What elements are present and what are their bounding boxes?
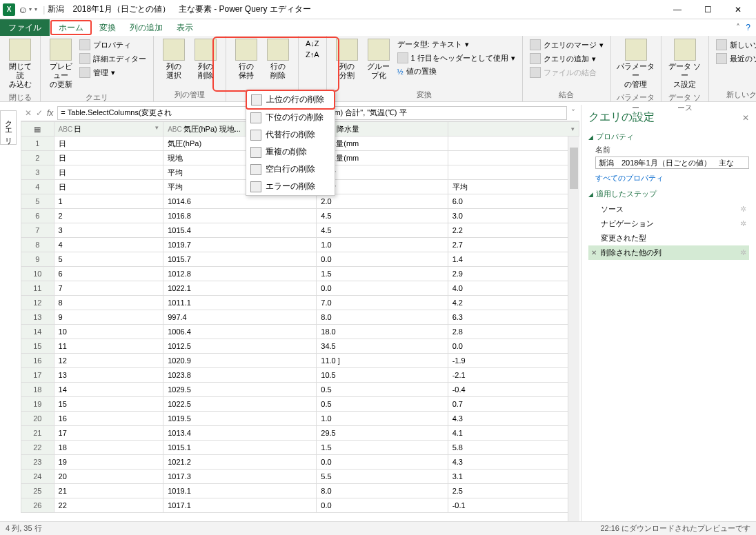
row-number[interactable]: 6 <box>21 209 54 223</box>
cell[interactable]: 1013.4 <box>163 426 317 441</box>
row-number[interactable]: 13 <box>21 310 54 325</box>
row-number[interactable]: 8 <box>21 238 54 252</box>
cell[interactable]: 2.5 <box>448 484 579 498</box>
table-row[interactable]: 24201017.35.53.1 <box>21 470 579 484</box>
row-number[interactable]: 21 <box>21 426 54 441</box>
row-number[interactable]: 17 <box>21 368 54 383</box>
advanced-editor-button[interactable]: 詳細エディター <box>78 52 148 65</box>
cell[interactable]: 1022.1 <box>163 281 317 296</box>
column-header-day[interactable]: ABC日▾ <box>54 122 163 137</box>
cell[interactable]: 1021.2 <box>163 455 317 470</box>
row-number[interactable]: 20 <box>21 412 54 426</box>
cell[interactable]: 1.0 <box>317 238 448 252</box>
table-row[interactable]: 23191021.20.04.3 <box>21 455 579 470</box>
tab-transform[interactable]: 変換 <box>92 19 123 36</box>
cell[interactable]: 2.2 <box>448 223 579 238</box>
row-number[interactable]: 5 <box>21 194 54 209</box>
cell[interactable]: 0.5 <box>317 397 448 412</box>
tab-view[interactable]: 表示 <box>170 19 200 36</box>
row-number[interactable]: 25 <box>21 484 54 498</box>
cell[interactable]: 4.3 <box>448 455 579 470</box>
close-panel-icon[interactable]: ✕ <box>742 113 749 123</box>
cell[interactable]: 29.5 <box>317 426 448 441</box>
cell[interactable]: 4.5 <box>317 209 448 223</box>
cell[interactable]: 1019.7 <box>163 238 317 252</box>
table-row[interactable]: 17131023.810.5-2.1 <box>21 368 579 383</box>
table-row[interactable]: 25211019.18.02.5 <box>21 484 579 498</box>
cell[interactable]: 0.0 <box>317 455 448 470</box>
remove-top-rows-item[interactable]: 上位の行の削除 <box>246 90 335 110</box>
applied-step[interactable]: ナビゲーション✲ <box>588 216 749 231</box>
cell[interactable]: 11.0 ] <box>317 354 448 368</box>
cell[interactable]: 0.0 <box>448 339 579 354</box>
cell[interactable]: 1006.4 <box>163 325 317 339</box>
gear-icon[interactable]: ✲ <box>740 205 746 214</box>
cell[interactable] <box>448 137 579 151</box>
table-row[interactable]: 22181015.11.55.8 <box>21 441 579 455</box>
applied-step[interactable]: ソース✲ <box>588 202 749 216</box>
table-row[interactable]: 1281011.17.04.2 <box>21 296 579 310</box>
append-queries-button[interactable]: クエリの追加 ▾ <box>528 52 605 65</box>
cell[interactable]: 1017.3 <box>163 470 317 484</box>
cell[interactable]: 1011.1 <box>163 296 317 310</box>
column-header-blank[interactable]: ▾ <box>448 122 579 137</box>
cell[interactable]: 降水量(mm <box>317 151 448 165</box>
cell[interactable]: 2 <box>54 209 163 223</box>
cell[interactable]: 15 <box>54 397 163 412</box>
refresh-preview-button[interactable]: プレビューの更新 <box>45 37 77 91</box>
cell[interactable]: 合計 <box>317 165 448 180</box>
table-row[interactable]: 1061012.81.52.9 <box>21 267 579 281</box>
cancel-formula-icon[interactable]: ✕ <box>25 108 32 118</box>
tab-home[interactable]: ホーム <box>50 20 92 35</box>
close-window-button[interactable]: ✕ <box>723 1 753 18</box>
row-number[interactable]: 23 <box>21 455 54 470</box>
row-number[interactable]: 10 <box>21 267 54 281</box>
fx-icon[interactable]: fx <box>47 108 53 118</box>
cell[interactable]: 0.0 <box>317 498 448 513</box>
cell[interactable]: 1012.5 <box>163 339 317 354</box>
gear-icon[interactable]: ✲ <box>740 248 746 257</box>
properties-section-header[interactable]: ◢プロパティ <box>588 132 749 142</box>
datatype-button[interactable]: データ型: テキスト ▾ <box>396 39 517 50</box>
merge-queries-button[interactable]: クエリのマージ ▾ <box>528 39 605 51</box>
table-row[interactable]: 621016.84.53.0 <box>21 209 579 223</box>
cell[interactable]: 4.2 <box>448 296 579 310</box>
cell[interactable]: 0.5 <box>317 383 448 397</box>
table-row[interactable]: 21171013.429.54.1 <box>21 426 579 441</box>
cell[interactable]: 1.4 <box>448 252 579 267</box>
cell[interactable]: 4 <box>54 238 163 252</box>
row-number[interactable]: 16 <box>21 354 54 368</box>
cell[interactable]: 日 <box>54 151 163 165</box>
cell[interactable]: 22 <box>54 498 163 513</box>
cell[interactable]: 16 <box>54 412 163 426</box>
cell[interactable]: 1.0 <box>317 412 448 426</box>
cell[interactable]: 日 <box>54 137 163 151</box>
table-row[interactable]: 15111012.534.50.0 <box>21 339 579 354</box>
cell[interactable]: 6.0 <box>448 194 579 209</box>
cell[interactable]: 1.5 <box>317 441 448 455</box>
cell[interactable]: 1022.5 <box>163 397 317 412</box>
cell[interactable]: 12 <box>54 354 163 368</box>
cell[interactable]: 6.3 <box>448 310 579 325</box>
row-number[interactable]: 14 <box>21 325 54 339</box>
maximize-button[interactable]: ☐ <box>693 1 723 18</box>
cell[interactable]: 日 <box>54 165 163 180</box>
table-row[interactable]: 511014.62.06.0 <box>21 194 579 209</box>
collapse-ribbon-icon[interactable]: ˄ <box>736 23 740 32</box>
cell[interactable]: 6 <box>54 267 163 281</box>
combine-files-button[interactable]: ファイルの結合 <box>528 66 605 79</box>
cell[interactable]: 997.4 <box>163 310 317 325</box>
cell[interactable]: 日 <box>54 180 163 194</box>
close-load-button[interactable]: 閉じて読み込む <box>4 37 36 91</box>
row-number[interactable]: 19 <box>21 397 54 412</box>
cell[interactable]: 平均 <box>448 180 579 194</box>
row-number[interactable]: 15 <box>21 339 54 354</box>
applied-step[interactable]: 変更された型 <box>588 231 749 245</box>
cell[interactable] <box>448 151 579 165</box>
cell[interactable]: 0.7 <box>448 397 579 412</box>
remove-duplicates-item[interactable]: 重複の削除 <box>246 143 335 161</box>
column-header-precip[interactable]: ABC降水量 <box>317 122 448 137</box>
cell[interactable]: 4.0 <box>448 281 579 296</box>
table-row[interactable]: 139997.48.06.3 <box>21 310 579 325</box>
cell[interactable]: 21 <box>54 484 163 498</box>
